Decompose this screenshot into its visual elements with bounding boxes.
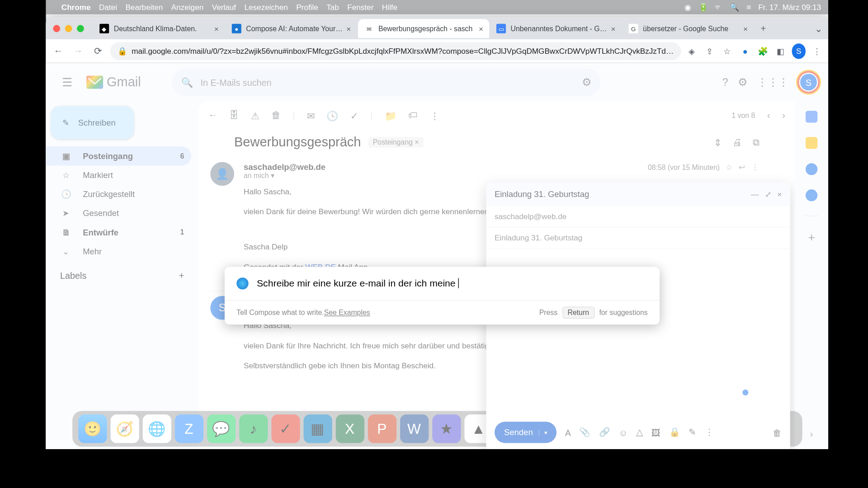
search-input[interactable] [200,77,582,87]
contacts-icon[interactable] [806,189,817,201]
main-menu-icon[interactable]: ☰ [56,75,80,89]
send-button[interactable]: Senden ▾ [495,422,557,443]
prev-icon[interactable]: ‹ [767,110,770,121]
powerpoint-icon[interactable]: P [368,414,396,443]
sidebar-item-starred[interactable]: ☆ Markiert [46,165,191,184]
menu-hilfe[interactable]: Hilfe [382,3,397,12]
chrome-menu-icon[interactable]: ⋮ [811,46,824,56]
sidepanel-icon[interactable]: ◧ [774,46,787,56]
back-icon[interactable]: ← [208,110,217,121]
label-icon[interactable]: 🏷 [408,110,418,121]
details-dropdown-icon[interactable]: ▾ [271,172,274,180]
sidebar-item-drafts[interactable]: 🗎 Entwürfe 1 [46,223,191,242]
send-options-icon[interactable]: ▾ [539,429,547,436]
tab-5[interactable]: G übersetzer - Google Suche × [623,19,754,38]
tab-4[interactable]: ▭ Unbenanntes Dokument - Goo × [491,19,622,38]
more-icon[interactable]: ⋮ [430,110,439,121]
close-icon[interactable]: × [777,190,782,199]
control-center-icon[interactable]: ≡ [746,3,751,12]
inbox-chip[interactable]: Posteingang × [368,137,424,148]
discard-icon[interactable]: 🗑 [773,427,782,437]
new-tab-button[interactable]: + [755,23,772,34]
spotify-icon[interactable]: ♪ [239,414,268,443]
url-input[interactable]: 🔒 mail.google.com/mail/u/0/?zx=bz2wjik56… [110,42,681,60]
whatsapp-icon[interactable]: 💬 [207,414,235,443]
formatting-icon[interactable]: A [565,427,571,437]
minimize-icon[interactable]: — [751,190,759,199]
move-icon[interactable]: 📁 [385,110,396,121]
compose-ext-icon[interactable]: ● [739,46,752,56]
image-icon[interactable]: 🖼 [651,427,660,437]
snooze-icon[interactable]: 🕓 [326,110,338,121]
safari-icon[interactable]: 🧭 [110,414,139,443]
tab-close-icon[interactable]: × [611,24,615,33]
to-field[interactable]: saschadelp@web.de [486,206,790,227]
close-window-icon[interactable] [53,25,60,32]
calendar-icon[interactable] [806,111,817,122]
keep-icon[interactable] [806,137,817,149]
expand-icon[interactable]: ⤢ [765,190,771,199]
tab-close-icon[interactable]: × [479,24,483,33]
star-icon[interactable]: ☆ [726,163,733,172]
tab-2[interactable]: ● Compose AI: Automate Your W × [226,19,357,38]
adblock-icon[interactable]: ◈ [685,46,698,56]
signature-icon[interactable]: ✎ [689,427,696,438]
imovie-icon[interactable]: ★ [432,414,461,443]
menu-bearbeiten[interactable]: Bearbeiten [125,3,163,12]
compose-header[interactable]: Einladung 31. Geburtstag — ⤢ × [486,182,790,206]
apps-icon[interactable]: ⋮⋮⋮ [757,75,789,89]
more-icon[interactable]: ⋮ [751,163,759,172]
settings-icon[interactable]: ⚙ [738,75,747,89]
confidential-icon[interactable]: 🔒 [669,427,680,438]
tab-3-active[interactable]: ✉ Bewerbungsgespräch - sasch × [358,19,489,38]
menubar-app[interactable]: Chrome [61,3,91,12]
window-controls[interactable] [53,25,84,32]
compose-button[interactable]: ✎ Schreiben [51,106,134,140]
reply-icon[interactable]: ↩ [739,163,745,172]
popout-icon[interactable]: ⧉ [753,136,759,148]
add-task-icon[interactable]: ✓ [350,110,358,121]
expand-icon[interactable]: ⇕ [714,136,722,148]
record-icon[interactable]: ◉ [684,3,691,12]
spam-icon[interactable]: ⚠ [251,110,259,121]
todoist-icon[interactable]: ✓ [271,414,300,443]
menu-anzeigen[interactable]: Anzeigen [171,3,203,12]
tab-1[interactable]: ◆ Deutschland Klima-Daten. × [94,19,225,38]
menu-lesezeichen[interactable]: Lesezeichen [244,3,288,12]
bookmark-icon[interactable]: ☆ [721,46,734,56]
sidebar-item-snoozed[interactable]: 🕓 Zurückgestellt [46,185,191,204]
add-label-icon[interactable]: + [179,270,184,280]
extensions-icon[interactable]: 🧩 [756,46,769,56]
link-icon[interactable]: 🔗 [599,427,610,438]
reload-button[interactable]: ⟳ [90,45,105,56]
gmail-logo[interactable]: Gmail [86,75,141,90]
forward-button[interactable]: → [71,46,85,56]
profile-avatar[interactable]: S [792,43,806,59]
tab-close-icon[interactable]: × [214,24,219,33]
next-icon[interactable]: › [782,110,785,121]
search-options-icon[interactable]: ⚙ [582,75,591,89]
zoom-icon[interactable]: Z [175,414,203,443]
tab-close-icon[interactable]: × [743,24,748,33]
menu-verlauf[interactable]: Verlauf [212,3,236,12]
subject-field[interactable]: Einladung 31. Geburtstag [486,227,790,249]
finder-icon[interactable]: 🙂 [78,414,107,443]
share-icon[interactable]: ⇪ [703,46,717,56]
collapse-panel-icon[interactable]: › [810,429,813,440]
help-icon[interactable]: ? [722,76,728,89]
back-button[interactable]: ← [51,46,66,56]
menu-tab[interactable]: Tab [326,3,339,12]
print-icon[interactable]: 🖨 [732,136,742,148]
trello-icon[interactable]: ▦ [303,414,332,443]
attach-icon[interactable]: 📎 [579,427,590,438]
tab-close-icon[interactable]: × [346,24,351,33]
sidebar-item-sent[interactable]: ➤ Gesendet [46,204,191,223]
word-icon[interactable]: W [400,414,428,443]
emoji-icon[interactable]: ☺ [618,427,627,437]
account-avatar[interactable]: S [798,72,819,92]
excel-icon[interactable]: X [335,414,364,443]
delete-icon[interactable]: 🗑 [271,110,281,121]
drive-icon[interactable]: △ [636,427,643,438]
sidebar-item-more[interactable]: ⌄ Mehr [46,242,191,261]
tasks-icon[interactable] [806,163,817,175]
